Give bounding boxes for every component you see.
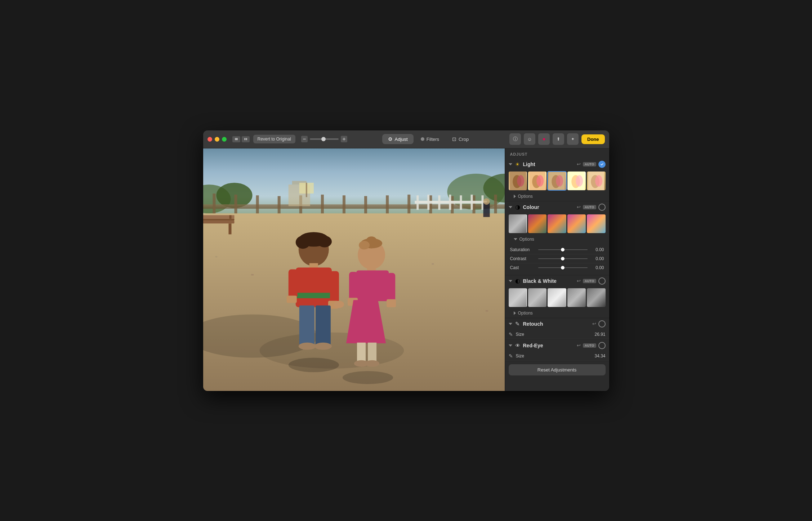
colour-thumb-4[interactable] bbox=[567, 214, 586, 233]
light-options-row[interactable]: Options bbox=[505, 192, 609, 201]
svg-rect-82 bbox=[368, 342, 376, 362]
cast-label: Cast bbox=[510, 265, 535, 270]
svg-point-41 bbox=[432, 263, 434, 264]
emoji-icon: ☺ bbox=[527, 137, 532, 142]
light-actions: ↩ AUTO bbox=[577, 161, 606, 168]
colour-icon: ◑ bbox=[514, 204, 521, 210]
section-bw-header[interactable]: ◐ Black & White ↩ AUTO bbox=[505, 275, 609, 287]
light-circle-button[interactable] bbox=[598, 161, 606, 168]
colour-auto-badge[interactable]: AUTO bbox=[583, 205, 596, 209]
single-window-btn[interactable] bbox=[232, 136, 240, 142]
bw-thumb-1[interactable] bbox=[509, 288, 527, 307]
svg-point-69 bbox=[288, 357, 339, 372]
bw-thumb-3[interactable] bbox=[548, 288, 566, 307]
colour-undo-icon[interactable]: ↩ bbox=[577, 204, 581, 210]
close-button[interactable] bbox=[208, 137, 212, 142]
retouch-circle-button[interactable] bbox=[598, 320, 606, 328]
colour-actions: ↩ AUTO bbox=[577, 204, 606, 211]
colour-thumb-2[interactable] bbox=[528, 214, 546, 233]
light-undo-icon[interactable]: ↩ bbox=[577, 161, 581, 167]
section-retouch-header[interactable]: ✎ Retouch ↩ bbox=[505, 318, 609, 330]
saturation-slider[interactable] bbox=[538, 249, 588, 250]
section-colour-header[interactable]: ◑ Colour ↩ AUTO bbox=[505, 201, 609, 213]
bw-options-chevron-icon bbox=[514, 311, 516, 315]
info-button[interactable]: ⓘ bbox=[509, 133, 521, 145]
bw-auto-badge[interactable]: AUTO bbox=[583, 279, 596, 283]
cast-slider[interactable] bbox=[538, 267, 588, 268]
done-button[interactable]: Done bbox=[581, 134, 605, 144]
colour-title: Colour bbox=[523, 204, 575, 210]
light-thumb-3[interactable] bbox=[548, 172, 566, 190]
tab-filters[interactable]: Filters bbox=[415, 134, 445, 144]
light-thumb-2[interactable] bbox=[528, 172, 546, 190]
saturation-row: Saturation 0.00 bbox=[509, 245, 606, 254]
svg-rect-5 bbox=[344, 138, 344, 141]
magic-button[interactable]: ✦ bbox=[567, 133, 579, 145]
light-thumb-1[interactable] bbox=[509, 172, 527, 190]
reset-adjustments-button[interactable]: Reset Adjustments bbox=[509, 364, 606, 375]
colour-thumb-divider bbox=[526, 214, 527, 233]
tab-crop[interactable]: ⊡ Crop bbox=[446, 134, 474, 144]
zoom-slider[interactable] bbox=[310, 138, 339, 140]
favorite-button[interactable]: ♥ bbox=[538, 133, 550, 145]
share-icon: ⬆ bbox=[557, 137, 560, 142]
bw-thumb-5[interactable] bbox=[587, 288, 605, 307]
cast-track bbox=[538, 267, 588, 268]
light-thumb-5[interactable] bbox=[587, 172, 605, 190]
colour-options-label: Options bbox=[519, 237, 534, 242]
retouch-chevron-icon bbox=[509, 323, 512, 325]
svg-rect-1 bbox=[244, 138, 246, 140]
redeye-auto-badge[interactable]: AUTO bbox=[583, 343, 596, 348]
fullscreen-button[interactable] bbox=[222, 137, 227, 142]
cast-thumb[interactable] bbox=[561, 266, 565, 270]
colour-options-row[interactable]: Options bbox=[505, 235, 609, 244]
svg-rect-49 bbox=[229, 215, 231, 219]
section-redeye-header[interactable]: 👁 Red-Eye ↩ AUTO bbox=[505, 340, 609, 351]
share-button[interactable]: ⬆ bbox=[553, 133, 564, 145]
redeye-undo-icon[interactable]: ↩ bbox=[577, 343, 581, 348]
minimize-button[interactable] bbox=[215, 137, 219, 142]
svg-rect-30 bbox=[427, 195, 429, 210]
svg-rect-78 bbox=[387, 273, 395, 302]
svg-rect-61 bbox=[288, 269, 297, 298]
zoom-out-icon[interactable] bbox=[301, 136, 308, 142]
redeye-circle-button[interactable] bbox=[598, 342, 606, 349]
traffic-lights bbox=[208, 137, 227, 142]
emoji-button[interactable]: ☺ bbox=[524, 133, 535, 145]
redeye-pencil-icon: ✎ bbox=[509, 353, 513, 359]
bw-circle-button[interactable] bbox=[598, 277, 606, 285]
svg-point-56 bbox=[295, 236, 310, 249]
tab-adjust[interactable]: ⚙ Adjust bbox=[382, 134, 414, 144]
svg-rect-76 bbox=[349, 272, 357, 300]
split-window-btn[interactable] bbox=[242, 136, 250, 142]
svg-rect-29 bbox=[416, 195, 419, 210]
redeye-size-row: ✎ Size 34.34 bbox=[505, 351, 609, 361]
colour-thumbnails bbox=[505, 213, 609, 235]
bw-thumb-2[interactable] bbox=[528, 288, 546, 307]
colour-thumb-5[interactable] bbox=[587, 214, 605, 233]
svg-point-96 bbox=[536, 175, 544, 187]
magic-icon: ✦ bbox=[571, 137, 575, 142]
colour-thumb-3[interactable] bbox=[548, 214, 566, 233]
bw-thumb-4[interactable] bbox=[567, 288, 586, 307]
section-retouch: ✎ Retouch ↩ ✎ Size 26.91 bbox=[505, 318, 609, 340]
contrast-thumb[interactable] bbox=[561, 257, 565, 260]
svg-rect-81 bbox=[357, 342, 366, 362]
light-auto-badge[interactable]: AUTO bbox=[583, 162, 596, 166]
colour-circle-button[interactable] bbox=[598, 204, 606, 211]
bw-options-row[interactable]: Options bbox=[505, 309, 609, 318]
svg-point-67 bbox=[298, 342, 316, 349]
toolbar-center: ⚙ Adjust Filters ⊡ Crop bbox=[351, 134, 506, 144]
colour-thumb-1[interactable] bbox=[509, 214, 527, 233]
bw-undo-icon[interactable]: ↩ bbox=[577, 278, 581, 284]
contrast-slider[interactable] bbox=[538, 258, 588, 259]
zoom-in-icon[interactable] bbox=[341, 136, 347, 142]
svg-rect-46 bbox=[228, 223, 231, 234]
saturation-thumb[interactable] bbox=[561, 248, 565, 251]
light-thumb-4[interactable] bbox=[567, 172, 586, 190]
tab-crop-label: Crop bbox=[459, 137, 469, 142]
retouch-undo-icon[interactable]: ↩ bbox=[592, 321, 596, 326]
light-options-chevron-icon bbox=[514, 195, 516, 198]
revert-button[interactable]: Revert to Original bbox=[253, 135, 295, 143]
section-light-header[interactable]: ☀ Light ↩ AUTO bbox=[505, 159, 609, 170]
